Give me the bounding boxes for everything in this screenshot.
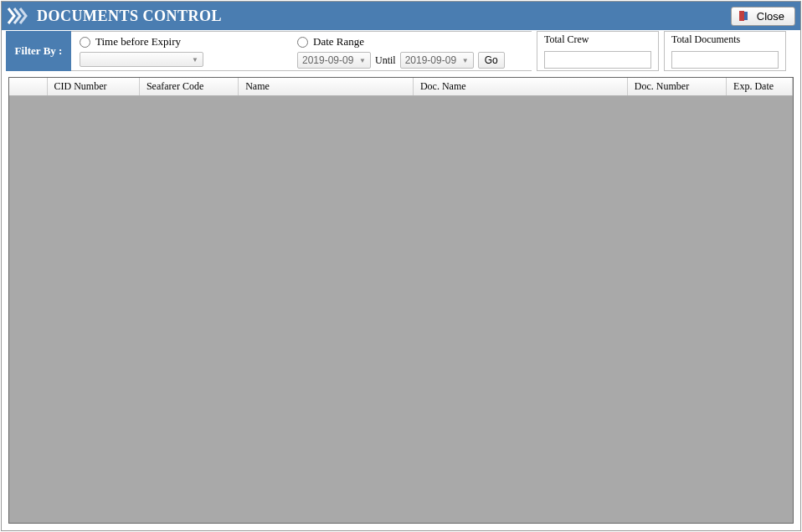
until-label: Until xyxy=(375,54,396,67)
dropdown-time-before-expiry[interactable]: ▼ xyxy=(80,52,203,67)
go-button[interactable]: Go xyxy=(478,52,505,69)
label-total-crew: Total Crew xyxy=(544,33,651,46)
dropdown-date-from[interactable]: 2019-09-09 ▼ xyxy=(297,52,371,69)
radio-date-range-label: Date Range xyxy=(313,35,364,49)
col-header-status[interactable] xyxy=(9,78,48,95)
chevron-down-icon: ▼ xyxy=(462,57,469,64)
col-header-name[interactable]: Name xyxy=(239,78,414,95)
filter-by-label: Filter By : xyxy=(6,31,71,71)
svg-rect-0 xyxy=(739,11,744,21)
filter-bar: Filter By : Time before Expiry ▼ Date Ra… xyxy=(2,30,800,72)
col-header-doc-name[interactable]: Doc. Name xyxy=(414,78,628,95)
data-grid: CID Number Seafarer Code Name Doc. Name … xyxy=(8,77,794,524)
chevrons-right-icon xyxy=(7,7,30,25)
grid-body[interactable] xyxy=(9,96,793,524)
documents-control-window: DOCUMENTS CONTROL Close Filter By : Time… xyxy=(1,1,801,531)
panel-total-documents: Total Documents xyxy=(664,31,786,71)
date-from-value: 2019-09-09 xyxy=(302,54,353,66)
date-to-value: 2019-09-09 xyxy=(405,54,456,66)
col-header-doc-number[interactable]: Doc. Number xyxy=(628,78,727,95)
radio-time-before-expiry[interactable] xyxy=(80,37,90,48)
chevron-down-icon: ▼ xyxy=(359,57,366,64)
svg-rect-1 xyxy=(744,12,748,20)
grid-header: CID Number Seafarer Code Name Doc. Name … xyxy=(9,78,793,96)
radio-time-before-expiry-label: Time before Expiry xyxy=(95,35,181,49)
label-total-documents: Total Documents xyxy=(671,33,779,46)
titlebar-left: DOCUMENTS CONTROL xyxy=(7,7,222,25)
chevron-down-icon: ▼ xyxy=(192,56,198,64)
input-total-documents[interactable] xyxy=(671,51,779,69)
close-button-label: Close xyxy=(757,10,784,23)
radio-date-range[interactable] xyxy=(297,37,308,48)
page-title: DOCUMENTS CONTROL xyxy=(37,8,222,25)
filter-panel-date-range: Date Range 2019-09-09 ▼ Until 2019-09-09… xyxy=(289,31,532,71)
filter-panel-time-before-expiry: Time before Expiry ▼ xyxy=(71,31,289,71)
col-header-seafarer-code[interactable]: Seafarer Code xyxy=(140,78,239,95)
input-total-crew[interactable] xyxy=(544,51,651,69)
col-header-cid-number[interactable]: CID Number xyxy=(48,78,140,95)
titlebar: DOCUMENTS CONTROL Close xyxy=(2,2,800,30)
col-header-exp-date[interactable]: Exp. Date xyxy=(727,78,793,95)
close-button[interactable]: Close xyxy=(731,7,795,26)
dropdown-date-to[interactable]: 2019-09-09 ▼ xyxy=(400,52,474,69)
panel-total-crew: Total Crew xyxy=(537,31,659,71)
door-close-icon xyxy=(738,10,750,22)
go-button-label: Go xyxy=(485,54,498,66)
